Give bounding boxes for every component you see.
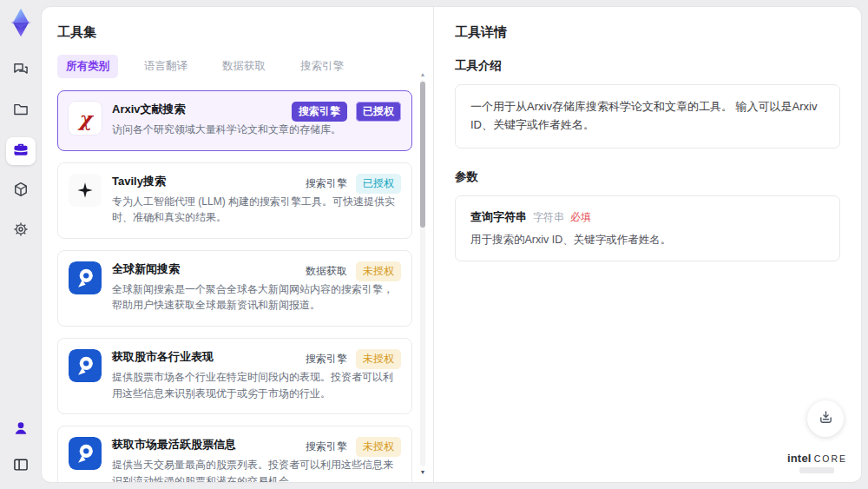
rail-nav [6, 57, 36, 245]
auth-status-badge: 未授权 [356, 349, 401, 369]
panel-toggle-icon [12, 456, 30, 477]
scroll-up-icon[interactable]: ▲ [419, 71, 426, 77]
blueq-tool-icon [69, 261, 102, 294]
auth-status-badge: 已授权 [356, 102, 401, 122]
tool-description: 全球新闻搜索是一个聚合全球各大新闻网站内容的搜索引擎，帮助用户快速获取全球最新资… [112, 281, 401, 314]
folder-icon [12, 101, 30, 122]
category-badge: 搜索引擎 [306, 176, 347, 191]
rail-bottom [6, 416, 36, 480]
tool-tags: 数据获取 未授权 [306, 261, 401, 281]
tool-tags: 搜索引擎 未授权 [306, 437, 401, 457]
category-badge: 搜索引擎 [292, 102, 347, 122]
param-type: 字符串 [533, 210, 564, 225]
intro-section-title: 工具介绍 [455, 58, 840, 74]
param-required-flag: 必填 [570, 210, 591, 225]
rail-item-cube[interactable] [6, 177, 36, 205]
tool-list-item[interactable]: 获取股市各行业表现 提供股票市场各个行业在特定时间段内的表现。投资者可以利用这些… [57, 338, 412, 414]
tavily-star-icon [76, 181, 95, 200]
tools-panel-title: 工具集 [57, 24, 412, 41]
tool-tags: 搜索引擎 已授权 [306, 174, 401, 194]
tool-description: 访问各个研究领域大量科学论文和文章的存储库。 [112, 122, 401, 138]
tool-description: 提供当天交易量最高的股票列表。投资者可以利用这些信息来识别流动性强的股票和潜在的… [112, 457, 401, 482]
gear-icon [12, 221, 30, 241]
download-button[interactable] [807, 400, 844, 437]
tool-list-item[interactable]: 全球新闻搜索 全球新闻搜索是一个聚合全球各大新闻网站内容的搜索引擎，帮助用户快速… [57, 250, 412, 327]
tool-list-item[interactable]: 获取市场最活跃股票信息 提供当天交易量最高的股票列表。投资者可以利用这些信息来识… [57, 426, 412, 482]
blueq-tool-icon [69, 437, 102, 470]
blueq-tool-icon [69, 349, 102, 382]
toolbox-icon [12, 141, 30, 162]
params-list: 查询字符串 字符串 必填 用于搜索的Arxiv ID、关键字或作者姓名。 [455, 195, 840, 261]
details-panel: 工具详情 工具介绍 一个用于从Arxiv存储库搜索科学论文和文章的工具。 输入可… [434, 7, 861, 482]
rail-item-user[interactable] [6, 416, 36, 444]
rail-item-chat[interactable] [6, 57, 36, 85]
category-badge: 搜索引擎 [306, 439, 347, 454]
tools-panel: 工具集 所有类别语言翻译数据获取搜索引擎 χ Arxiv文献搜索 访问各个研究领… [42, 7, 434, 482]
tool-list: χ Arxiv文献搜索 访问各个研究领域大量科学论文和文章的存储库。 搜索引擎 … [57, 90, 412, 482]
download-icon [817, 408, 835, 430]
intel-core-logo: intel CORE [787, 453, 847, 473]
tab-所有类别[interactable]: 所有类别 [57, 55, 118, 78]
tab-语言翻译[interactable]: 语言翻译 [135, 55, 196, 78]
news-app-icon [69, 437, 102, 470]
intel-brand-text: intel [787, 453, 812, 465]
auth-status-badge: 未授权 [356, 261, 401, 281]
rail-item-settings[interactable] [6, 217, 36, 245]
chat-icon [12, 61, 30, 82]
diamond-logo-icon [5, 7, 36, 40]
news-app-icon [69, 349, 102, 382]
rail-item-toolbox[interactable] [6, 137, 36, 165]
tool-list-item[interactable]: Tavily搜索 专为人工智能代理 (LLM) 构建的搜索引擎工具。可快速提供实… [57, 162, 412, 239]
user-icon [12, 420, 30, 440]
category-tabs: 所有类别语言翻译数据获取搜索引擎 [57, 55, 412, 78]
scroll-down-icon[interactable]: ▼ [419, 469, 426, 475]
tool-description: 提供股票市场各个行业在特定时间段内的表现。投资者可以利用这些信息来识别表现优于或… [112, 369, 401, 401]
rail-item-panel-toggle[interactable] [6, 453, 36, 480]
tool-tags: 搜索引擎 已授权 [292, 102, 401, 122]
category-badge: 数据获取 [306, 264, 347, 279]
list-scrollbar[interactable]: ▲ ▼ [419, 71, 426, 475]
tool-list-item[interactable]: χ Arxiv文献搜索 访问各个研究领域大量科学论文和文章的存储库。 搜索引擎 … [57, 90, 412, 151]
auth-status-badge: 未授权 [356, 437, 401, 457]
intel-ultra-badge [799, 467, 834, 473]
main-card: 工具集 所有类别语言翻译数据获取搜索引擎 χ Arxiv文献搜索 访问各个研究领… [42, 7, 861, 482]
params-section-title: 参数 [455, 169, 840, 185]
details-title: 工具详情 [455, 24, 840, 41]
arxiv-chi-icon: χ [78, 109, 91, 129]
param-card: 查询字符串 字符串 必填 用于搜索的Arxiv ID、关键字或作者姓名。 [455, 195, 840, 261]
news-app-icon [69, 261, 102, 294]
intel-core-text: CORE [814, 454, 847, 465]
category-badge: 搜索引擎 [306, 352, 347, 367]
rail-item-folder[interactable] [6, 97, 36, 125]
param-name: 查询字符串 [470, 209, 527, 225]
tool-tags: 搜索引擎 未授权 [306, 349, 401, 369]
tab-数据获取[interactable]: 数据获取 [214, 55, 274, 78]
tab-搜索引擎[interactable]: 搜索引擎 [292, 55, 352, 78]
tool-intro-box: 一个用于从Arxiv存储库搜索科学论文和文章的工具。 输入可以是Arxiv ID… [455, 84, 840, 149]
scrollbar-thumb[interactable] [420, 82, 425, 228]
auth-status-badge: 已授权 [356, 174, 401, 194]
tool-description: 专为人工智能代理 (LLM) 构建的搜索引擎工具。可快速提供实时、准确和真实的结… [112, 194, 401, 226]
arxiv-tool-icon: χ [69, 102, 102, 135]
tavily-tool-icon [69, 174, 102, 207]
cube-icon [12, 181, 30, 202]
param-description: 用于搜索的Arxiv ID、关键字或作者姓名。 [470, 233, 825, 248]
left-rail [0, 0, 42, 489]
